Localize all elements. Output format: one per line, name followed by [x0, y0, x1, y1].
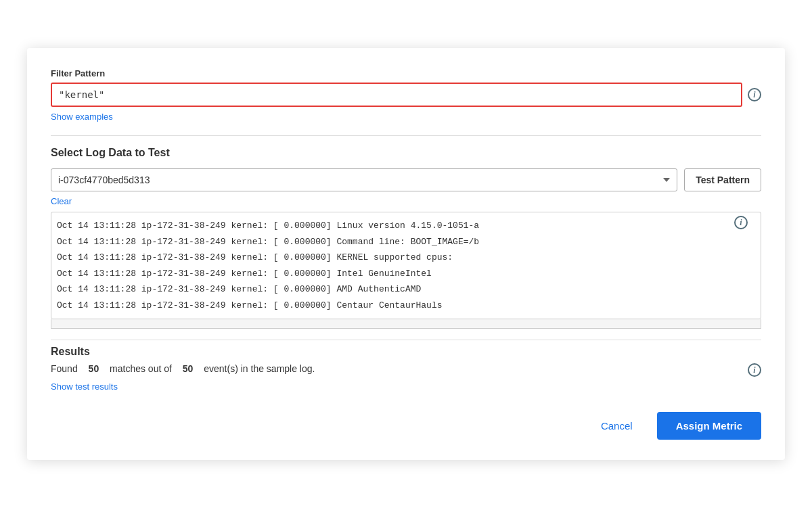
log-line: Oct 14 13:11:28 ip-172-31-38-249 kernel:…: [57, 218, 755, 234]
results-matches-text: matches out of: [110, 363, 172, 374]
results-prefix: Found: [51, 363, 78, 374]
modal-container: Filter Pattern i Show examples Select Lo…: [27, 48, 785, 460]
show-test-results-link[interactable]: Show test results: [51, 382, 118, 392]
log-line: Oct 14 13:11:28 ip-172-31-38-249 kernel:…: [57, 234, 755, 250]
filter-pattern-input[interactable]: [51, 83, 742, 107]
results-info-icon[interactable]: i: [748, 363, 761, 377]
cancel-button[interactable]: Cancel: [590, 415, 644, 437]
log-selector-row: i-073cf4770bed5d313 Test Pattern: [51, 168, 761, 191]
log-group-select[interactable]: i-073cf4770bed5d313: [51, 168, 677, 191]
test-pattern-button[interactable]: Test Pattern: [684, 168, 761, 191]
show-examples-link[interactable]: Show examples: [51, 112, 113, 122]
select-log-data-title: Select Log Data to Test: [51, 147, 761, 159]
results-row: Found 50 matches out of 50 event(s) in t…: [51, 363, 761, 392]
clear-link[interactable]: Clear: [51, 196, 72, 206]
footer-actions: Cancel Assign Metric: [51, 412, 761, 440]
results-section: Results Found 50 matches out of 50 event…: [51, 340, 761, 392]
results-title: Results: [51, 340, 761, 358]
results-text: Found 50 matches out of 50 event(s) in t…: [51, 363, 315, 374]
section-divider: [51, 135, 761, 136]
filter-pattern-info-icon[interactable]: i: [748, 88, 761, 101]
log-data-scrollbar[interactable]: [51, 319, 761, 329]
log-data-area[interactable]: Oct 14 13:11:28 ip-172-31-38-249 kernel:…: [51, 212, 761, 319]
log-line: Oct 14 13:11:28 ip-172-31-38-249 kernel:…: [57, 266, 755, 282]
filter-pattern-label: Filter Pattern: [51, 68, 761, 78]
log-line: Oct 14 13:11:28 ip-172-31-38-249 kernel:…: [57, 298, 755, 314]
results-description: event(s) in the sample log.: [204, 363, 315, 374]
results-total-count: 50: [183, 363, 194, 374]
log-data-wrapper: Oct 14 13:11:28 ip-172-31-38-249 kernel:…: [51, 212, 761, 319]
log-data-info-icon[interactable]: i: [734, 216, 748, 229]
assign-metric-button[interactable]: Assign Metric: [657, 412, 761, 440]
log-data-inner: Oct 14 13:11:28 ip-172-31-38-249 kernel:…: [51, 212, 761, 319]
results-match-count: 50: [89, 363, 99, 374]
filter-pattern-row: i: [51, 83, 761, 107]
log-line: Oct 14 13:11:28 ip-172-31-38-249 kernel:…: [57, 250, 755, 266]
log-line: Oct 14 13:11:28 ip-172-31-38-249 kernel:…: [57, 281, 755, 298]
